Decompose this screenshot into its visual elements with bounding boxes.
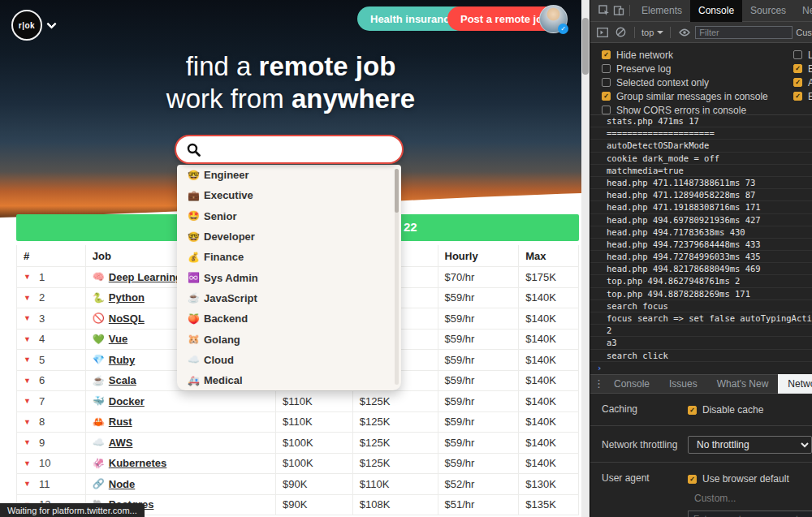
crab-emoji: 🦀 bbox=[93, 416, 109, 428]
devtools-tab-network[interactable]: Network bbox=[794, 0, 812, 22]
rank-cell: ▼3 bbox=[17, 308, 86, 329]
hourly-cell: $59/hr bbox=[438, 308, 520, 329]
console-setting-log[interactable]: Log bbox=[793, 48, 812, 62]
custom-levels-dropdown[interactable]: Custom le bbox=[796, 28, 812, 37]
console-prompt[interactable]: › bbox=[590, 362, 812, 374]
nerd-face-emoji: 🤓 bbox=[188, 231, 204, 243]
job-link-vue[interactable]: Vue bbox=[109, 333, 127, 345]
use-browser-default-checkbox[interactable]: ✓ Use browser default bbox=[688, 472, 812, 486]
console-sidebar-toggle-icon[interactable] bbox=[595, 25, 610, 40]
rank-cell: ▼5 bbox=[17, 350, 86, 370]
user-avatar[interactable]: ✓ bbox=[539, 5, 568, 33]
job-link-nosql[interactable]: NoSQL bbox=[109, 312, 145, 325]
console-setting-hide-network[interactable]: ✓Hide network bbox=[602, 48, 673, 62]
devtools-tab-sources[interactable]: Sources bbox=[742, 0, 794, 22]
console-log-line: head.php 494.72379684448ms 433 bbox=[590, 239, 812, 251]
page-scrollbar-track[interactable] bbox=[581, 0, 590, 517]
coffee-emoji: ☕ bbox=[188, 292, 204, 304]
console-setting-aut[interactable]: ✓Aut bbox=[793, 75, 812, 89]
suggestion-cloud[interactable]: ☁️Cloud bbox=[177, 350, 401, 370]
job-link-ruby[interactable]: Ruby bbox=[109, 354, 136, 366]
console-log-line: head.php 494.72784996033ms 435 bbox=[590, 251, 812, 263]
dropdown-scrollbar-thumb[interactable] bbox=[395, 169, 399, 213]
briefcase-emoji: 💼 bbox=[188, 190, 204, 201]
console-log-line: head.php 494.69780921936ms 427 bbox=[590, 214, 812, 226]
job-link-scala[interactable]: Scala bbox=[109, 374, 136, 386]
inspect-element-icon[interactable] bbox=[597, 3, 611, 18]
drawer-menu-icon[interactable]: ⋮ bbox=[594, 377, 604, 390]
header-max: Max bbox=[519, 245, 578, 266]
salary-col4-cell: $125K bbox=[353, 433, 438, 453]
hourly-cell: $59/hr bbox=[438, 433, 520, 453]
suggestion-executive[interactable]: 💼Executive bbox=[177, 185, 401, 205]
table-row: ▼9☁️AWS$100K$125K$59/hr$140K bbox=[17, 433, 578, 454]
site-logo-menu[interactable]: r|ok bbox=[11, 10, 55, 41]
browser-status-bubble: Waiting for platform.twitter.com... bbox=[0, 503, 145, 517]
drawer-tab-issues[interactable]: Issues bbox=[659, 374, 707, 394]
job-link-deep-learning[interactable]: Deep Learning bbox=[109, 271, 182, 283]
console-setting-group-similar-messages-in-console[interactable]: ✓Group similar messages in console bbox=[602, 89, 768, 103]
rank-down-triangle-icon: ▼ bbox=[24, 294, 31, 302]
brain-emoji: 🧠 bbox=[93, 271, 109, 282]
checkbox-icon: ✓ bbox=[688, 406, 697, 415]
job-link-python[interactable]: Python bbox=[109, 291, 145, 304]
banner-visible-text: 22 bbox=[404, 220, 417, 234]
console-settings-pane: ✓Hide networkPreserve logSelected contex… bbox=[590, 43, 812, 115]
drawer-tab-network-conditions[interactable]: Network conditions bbox=[778, 374, 812, 394]
devtools-tab-elements[interactable]: Elements bbox=[633, 0, 690, 22]
setting-label: Eag bbox=[808, 63, 812, 75]
checkbox-icon: ✓ bbox=[793, 92, 802, 101]
console-setting-show-cors-errors-in-console[interactable]: Show CORS errors in console bbox=[602, 103, 746, 117]
throttling-select[interactable]: No throttling bbox=[688, 436, 812, 454]
max-cell: $140K bbox=[519, 308, 578, 329]
suggestion-medical[interactable]: 🚑Medical bbox=[177, 370, 401, 390]
rank-cell: ▼7 bbox=[17, 391, 86, 411]
rank-down-triangle-icon: ▼ bbox=[24, 335, 31, 343]
rank-cell: ▼2 bbox=[17, 288, 86, 308]
hourly-cell: $51/hr bbox=[438, 495, 520, 515]
drawer-tab-what-s-new[interactable]: What's New bbox=[707, 374, 779, 394]
search-input[interactable] bbox=[201, 139, 402, 160]
suggestion-engineer[interactable]: 🤓Engineer bbox=[177, 165, 401, 185]
console-setting-eag[interactable]: ✓Eag bbox=[793, 62, 812, 75]
job-link-rust[interactable]: Rust bbox=[109, 416, 132, 428]
job-link-kubernetes[interactable]: Kubernetes bbox=[109, 457, 167, 469]
network-conditions-pane: Caching ✓ Disable cache Network throttli… bbox=[590, 394, 812, 517]
job-link-aws[interactable]: AWS bbox=[109, 437, 133, 449]
console-setting-selected-context-only[interactable]: Selected context only bbox=[602, 75, 709, 89]
no-entry-emoji: 🚫 bbox=[93, 312, 109, 324]
live-expression-eye-icon[interactable] bbox=[677, 25, 692, 40]
suggestion-golang[interactable]: 🐹Golang bbox=[177, 329, 401, 349]
console-log-line: head.php 494.71783638ms 430 bbox=[590, 226, 812, 239]
custom-user-agent-input[interactable] bbox=[688, 511, 812, 517]
console-filter-input[interactable] bbox=[695, 26, 793, 39]
rank-down-triangle-icon: ▼ bbox=[24, 377, 31, 385]
page-scrollbar-thumb[interactable] bbox=[582, 18, 589, 75]
star-struck-emoji: 🤩 bbox=[188, 210, 204, 222]
console-setting-preserve-log[interactable]: Preserve log bbox=[602, 62, 671, 75]
job-link-docker[interactable]: Docker bbox=[109, 395, 145, 407]
gopher-emoji: 🐹 bbox=[188, 334, 204, 345]
console-log-line: top.php 494.8878288269ms 171 bbox=[590, 288, 812, 300]
suggestion-backend[interactable]: 🍑Backend bbox=[177, 308, 401, 329]
device-toolbar-icon[interactable] bbox=[611, 3, 626, 18]
suggestion-developer[interactable]: 🤓Developer bbox=[177, 226, 401, 247]
max-cell: $140K bbox=[519, 412, 578, 433]
suggestion-javascript[interactable]: ☕JavaScript bbox=[177, 288, 401, 308]
disable-cache-checkbox[interactable]: ✓ Disable cache bbox=[688, 403, 763, 417]
nerd-face-emoji: 🤓 bbox=[188, 170, 204, 181]
job-link-node[interactable]: Node bbox=[109, 478, 136, 490]
console-setting-eva[interactable]: ✓Eva bbox=[793, 89, 812, 103]
job-search-box bbox=[175, 135, 404, 164]
rank-number: 3 bbox=[39, 312, 45, 325]
suggestion-finance[interactable]: 💰Finance bbox=[177, 247, 401, 267]
drawer-tab-console[interactable]: Console bbox=[604, 374, 659, 394]
devtools-tab-console[interactable]: Console bbox=[690, 0, 742, 22]
clear-console-icon[interactable] bbox=[613, 25, 628, 40]
job-cell: 🐳Docker bbox=[86, 391, 276, 411]
peach-emoji: 🍑 bbox=[188, 313, 204, 325]
execution-context-selector[interactable]: top bbox=[641, 28, 663, 37]
rank-number: 9 bbox=[39, 437, 45, 449]
suggestion-sys-admin[interactable]: ♾️Sys Admin bbox=[177, 267, 401, 287]
suggestion-senior[interactable]: 🤩Senior bbox=[177, 206, 401, 226]
